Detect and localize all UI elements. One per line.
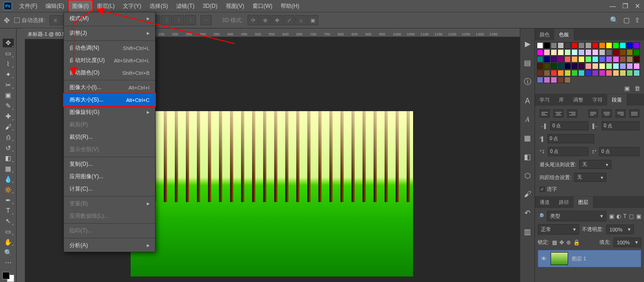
tab-paragraph[interactable]: 段落 [607, 94, 627, 106]
dist-btn[interactable]: ⋮ [173, 15, 184, 25]
menu-item-图像旋转G[interactable]: 图像旋转(G) [64, 106, 155, 118]
align-right-btn[interactable] [567, 109, 577, 118]
menu-item-自动对比度U[interactable]: 自动对比度(U)Alt+Shift+Ctrl+L [64, 54, 155, 67]
search-icon[interactable]: 🔍 [610, 16, 619, 24]
marquee-tool[interactable]: ▭ [3, 49, 14, 58]
justify-all-btn[interactable] [629, 109, 639, 118]
3d-panel-icon[interactable]: ⬡ [524, 171, 531, 180]
hand-tool[interactable]: ✋ [3, 237, 14, 246]
blur-tool[interactable]: 💧 [3, 175, 14, 184]
eraser-tool[interactable]: ◧ [3, 154, 14, 163]
menu-filter[interactable]: 滤镜(T) [172, 0, 198, 12]
justify-left-btn[interactable] [588, 109, 598, 118]
layers-mini-icon[interactable]: ▤ [524, 58, 531, 67]
swatch[interactable] [537, 56, 543, 62]
menu-file[interactable]: 文件(F) [16, 0, 41, 12]
libraries-icon[interactable]: ▦ [524, 134, 531, 142]
indent-right-field[interactable]: 0 点 [602, 121, 639, 130]
swatch[interactable] [592, 49, 598, 56]
tab-learn[interactable]: 学习 [535, 94, 554, 106]
swatch[interactable] [558, 63, 564, 69]
menu-item-画布大小S[interactable]: 画布大小(S)...Alt+Ctrl+C [64, 94, 155, 106]
swatch[interactable] [613, 56, 619, 62]
swatch[interactable] [592, 63, 598, 69]
menu-item-计算C[interactable]: 计算(C)... [64, 183, 155, 195]
more-btn[interactable]: ⋯ [201, 15, 212, 25]
filter-smart-icon[interactable]: ▣ [636, 213, 641, 220]
menu-type[interactable]: 文字(Y) [119, 0, 145, 12]
lock-all-icon[interactable]: 🔒 [573, 239, 580, 246]
hyphen-select[interactable]: 无▾ [579, 160, 611, 169]
close-icon[interactable]: ✕ [635, 2, 640, 10]
menu-item-模式M[interactable]: 模式(M) [64, 12, 155, 25]
crop-tool[interactable]: ✂ [3, 80, 14, 89]
eyedropper-tool[interactable]: ✎ [3, 102, 14, 110]
swatch[interactable] [627, 56, 633, 62]
delete-swatch-icon[interactable]: 🗑 [634, 85, 640, 92]
menu-item-图像大小I[interactable]: 图像大小(I)...Alt+Ctrl+I [64, 81, 155, 94]
swatch[interactable] [599, 49, 605, 56]
swatch[interactable] [592, 56, 598, 62]
swatch[interactable] [599, 63, 605, 69]
swatch[interactable] [599, 70, 605, 76]
swatch[interactable] [606, 42, 612, 49]
ligature-check[interactable]: ✓连字 [540, 186, 639, 192]
swatch[interactable] [578, 63, 585, 69]
menu-item-复制D[interactable]: 复制(D)... [64, 158, 155, 170]
filter-shape-icon[interactable]: ▢ [629, 213, 634, 220]
swatch[interactable] [551, 63, 557, 69]
menu-layer[interactable]: 图层(L) [93, 0, 119, 12]
swatch[interactable] [551, 77, 557, 83]
swatch[interactable] [564, 77, 571, 83]
filter-adj-icon[interactable]: ◐ [616, 213, 621, 220]
first-line-field[interactable]: 0 点 [547, 134, 594, 143]
align-left-btn[interactable] [540, 109, 550, 118]
swatch[interactable] [620, 70, 626, 76]
3d-btn[interactable]: ⤢ [283, 15, 294, 25]
adjustments-icon[interactable]: ◧ [524, 152, 531, 161]
layer-name[interactable]: 图层 1 [572, 255, 586, 262]
share-icon[interactable]: ⇪ [634, 16, 640, 24]
swatch[interactable] [613, 42, 619, 49]
play-icon[interactable]: ▶ [525, 39, 530, 48]
wand-tool[interactable]: ✦ [3, 70, 14, 79]
swatch[interactable] [633, 49, 640, 56]
3d-btn[interactable]: ▣ [307, 15, 318, 25]
brush-tool[interactable]: 🖌 [3, 123, 14, 131]
swatch[interactable] [564, 42, 571, 49]
fill-field[interactable]: 100%▾ [614, 237, 641, 247]
swatch[interactable] [620, 49, 626, 56]
swatch[interactable] [585, 42, 592, 49]
tab-channels[interactable]: 通道 [535, 197, 554, 208]
new-swatch-icon[interactable]: ▣ [624, 85, 630, 92]
swatch[interactable] [544, 42, 550, 49]
swatch[interactable] [633, 63, 640, 69]
swatch[interactable] [558, 42, 564, 49]
menu-window[interactable]: 窗口(W) [249, 0, 276, 12]
swatch[interactable] [571, 63, 578, 69]
swatch[interactable] [585, 70, 592, 76]
menu-image[interactable]: 图像(I) [69, 0, 92, 12]
gradient-tool[interactable]: ▦ [3, 164, 14, 173]
swatch[interactable] [627, 42, 633, 49]
swatch[interactable] [606, 63, 612, 69]
para-icon[interactable]: 𝐴 [525, 115, 530, 124]
swatch[interactable] [571, 49, 578, 56]
spacing-select[interactable]: 无▾ [574, 173, 606, 182]
char-icon[interactable]: A [525, 97, 530, 105]
swatch[interactable] [599, 56, 605, 62]
space-after-field[interactable]: 0 点 [599, 147, 639, 156]
healing-tool[interactable]: ✚ [3, 112, 14, 121]
swatch[interactable] [592, 70, 598, 76]
3d-btn[interactable]: ✥ [271, 15, 282, 25]
swatch[interactable] [592, 42, 598, 49]
edit-toolbar[interactable]: ⋯ [3, 259, 14, 267]
dist-btn[interactable]: ⋮ [161, 15, 172, 25]
actions-icon[interactable]: ▥ [524, 227, 531, 236]
fg-bg-colors[interactable] [2, 272, 14, 282]
swatch[interactable] [620, 42, 626, 49]
history-icon[interactable]: ↶ [524, 209, 530, 217]
auto-select-checkbox[interactable]: 自动选择: [14, 17, 45, 24]
justify-center-btn[interactable] [602, 109, 612, 118]
swatch[interactable] [564, 49, 571, 56]
